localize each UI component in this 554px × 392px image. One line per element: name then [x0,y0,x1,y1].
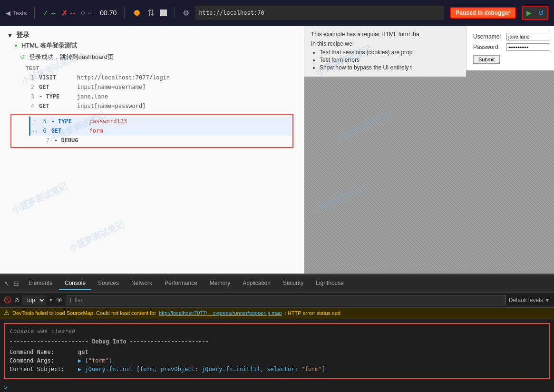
recipe-list: Test that sessions (cookies) are prop Te… [320,49,459,71]
console-divider: ----------------------- Debug Info -----… [10,338,544,345]
table-row: 2 GET input[name=username] [26,82,297,92]
tab-performance[interactable]: Performance [159,277,203,290]
circle-status: ○ -- [81,9,93,17]
tab-sources[interactable]: Sources [92,277,125,290]
wm-right2: 小菠萝测试笔记 [333,109,392,145]
tab-console[interactable]: Console [59,277,91,290]
levels-dropdown[interactable]: Default levels ▼ [509,297,550,304]
table-row: 3 - TYPE jane.lane [26,92,297,101]
context-selector[interactable]: top [22,295,46,305]
table-row: ◌ 5 - TYPE password123 [29,117,292,126]
wm-right3: 小菠萝测试笔记 [310,180,369,216]
console-key-3: Current Subject: [10,366,76,372]
password-label: Password: [473,44,506,50]
layers-icon[interactable]: ⊟ [13,280,19,287]
console-prompt[interactable]: > [0,382,554,392]
console-val-1: get [78,349,88,355]
watermark3: 小菠萝测试笔记 [10,180,69,216]
username-label: Username: [473,33,506,40]
tab-elements[interactable]: Elements [23,277,58,290]
success-message: ↺ 登录成功，跳转到dashboard页 [20,53,297,61]
list-item: Test form errors [320,57,459,63]
test-section: ▼ 登录 ▼ HTML 表单登录测试 ↺ 登录成功，跳转到dashboard页 … [0,26,304,157]
devtools-tabs: ↖ ⊟ Elements Console Sources Network Per… [0,274,554,293]
browser-desc: This example has a regular HTML form tha… [304,26,466,77]
divider [34,7,35,19]
debug-controls: ▶ ↺ [522,6,548,20]
submit-button[interactable]: Submit [473,55,500,64]
console-output-box: Console was cleared --------------------… [4,323,550,379]
console-line-2: Command Args: ▶ ["form"] [10,357,544,364]
cursor-icon[interactable]: ↖ [4,280,10,287]
test-label: TEST [26,65,297,71]
tab-lighthouse[interactable]: Lighthouse [310,277,350,290]
password-input[interactable] [506,43,549,51]
timer: 00.70 [100,9,117,17]
section-title: ▼ 登录 [7,31,297,39]
warning-text-before: DevTools failed to load SourceMap: Could… [12,310,156,316]
filter-input[interactable] [66,295,506,305]
warning-icon: ⚠ [4,309,10,316]
play-button[interactable]: ▶ [524,8,534,18]
table-row: 7 - DEBUG [30,136,292,145]
back-button[interactable]: ◀ Tests [6,10,27,17]
console-key-2: Command Args: [10,357,76,364]
password-field: Password: [473,43,547,51]
console-val-2: ▶ ["form"] [78,357,112,364]
back-label: Tests [12,10,27,17]
refresh-small-icon: ↺ [20,53,25,60]
url-bar: http://localhost:70 [195,6,444,20]
eye-icon[interactable]: 👁 [56,296,63,304]
tab-application[interactable]: Application [237,277,276,290]
list-item: Test that sessions (cookies) are prop [320,49,459,56]
success-text: 登录成功，跳转到dashboard页 [29,53,114,60]
console-line-1: Command Name: get [10,349,544,355]
x-status: ✗ -- [61,9,75,18]
desc-line: This example has a regular HTML form tha [311,31,459,38]
stop-icon[interactable]: ⊘ [14,296,19,304]
console-cleared: Console was cleared [10,328,544,334]
browser-content: 小菠萝测试笔记 小菠萝测试笔记 小菠萝测试笔记 This example has… [304,26,554,274]
recipe-label: In this recipe we: [311,40,459,47]
warning-bar: ⚠ DevTools failed to load SourceMap: Cou… [0,308,554,318]
table-row: 4 GET input[name=password] [26,101,297,111]
clear-console-icon[interactable]: 🚫 [4,296,11,304]
tab-memory[interactable]: Memory [204,277,236,290]
watermark4: 小菠萝测试笔记 [67,218,126,254]
tab-network[interactable]: Network [126,277,158,290]
divider2 [124,7,125,19]
left-panel: 小菠萝测试笔记 小菠萝测试笔记 小菠萝测试笔记 小菠萝测试笔记 ▼ 登录 ▼ H… [0,26,304,274]
login-form: Username: Password: Submit [466,26,554,70]
console-val-3: ▶ jQuery.fn.init [form, prevObject: jQue… [78,366,325,372]
devtools-panel: ↖ ⊟ Elements Console Sources Network Per… [0,274,554,392]
console-key-1: Command Name: [10,349,76,355]
subsection-title: ▼ HTML 表单登录测试 [13,41,297,50]
record-dot [134,10,140,16]
username-input[interactable] [506,33,549,40]
refresh-button[interactable]: ↺ [536,8,546,18]
warning-link[interactable]: http://localhost:7077/__cypress/runner/p… [159,310,282,316]
console-line-3: Current Subject: ▶ jQuery.fn.init [form,… [10,366,544,372]
swap-icon[interactable]: ⇅ [147,8,155,18]
test-commands: 1 VISIT http://localhost:7077/login 2 GE… [26,73,297,111]
section-title-text: 登录 [16,31,29,39]
refresh-icon: ▼ [13,43,19,49]
devtools-content: Console was cleared --------------------… [0,318,554,392]
tab-security[interactable]: Security [277,277,309,290]
highlighted-commands: ◌ 5 - TYPE password123 ◌ 6 GET form 7 - … [30,117,292,145]
stop-button[interactable] [160,10,167,16]
gear-icon[interactable]: ⚙ [183,9,189,18]
divider3 [175,7,175,19]
dropdown-arrow: ▼ [49,297,53,303]
devtools-toolbar: 🚫 ⊘ top ▼ 👁 Default levels ▼ [0,293,554,308]
warning-text-after: : HTTP error: status cod [285,310,340,316]
paused-badge: Paused in debugger [450,7,516,19]
main-content: 小菠萝测试笔记 小菠萝测试笔记 小菠萝测试笔记 小菠萝测试笔记 ▼ 登录 ▼ H… [0,26,554,274]
table-row: ◌ 6 GET form [29,126,292,136]
list-item: Show how to bypass the UI entirely t [320,64,459,71]
url-text: http://localhost:70 [199,10,264,16]
username-field: Username: [473,33,547,40]
loading-icon2: ◌ [33,128,37,134]
table-row: 1 VISIT http://localhost:7077/login [26,73,297,82]
top-bar: ◀ Tests ✓ -- ✗ -- ○ -- 00.70 ⇅ ⚙ http://… [0,0,554,26]
